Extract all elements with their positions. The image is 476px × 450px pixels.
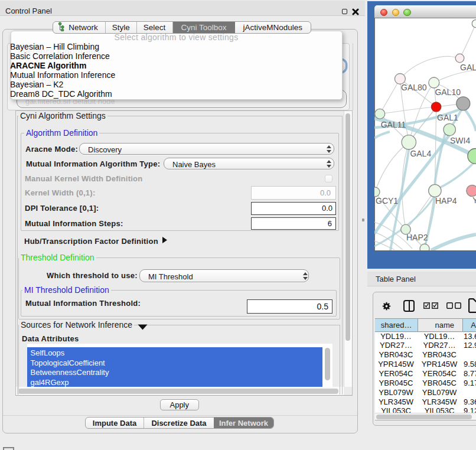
svg-text:GAL80: GAL80	[401, 83, 427, 92]
svg-text:GCY1: GCY1	[376, 196, 398, 206]
svg-text:GAL: GAL	[460, 63, 476, 72]
svg-text:GAL10: GAL10	[435, 87, 461, 97]
svg-text:GAL4: GAL4	[410, 149, 431, 158]
svg-text:HAP4: HAP4	[435, 196, 457, 206]
svg-text:GAL1: GAL1	[437, 113, 458, 122]
svg-text:SWI4: SWI4	[450, 136, 470, 145]
svg-text:Y: Y	[472, 195, 476, 205]
svg-text:HAP2: HAP2	[406, 233, 428, 242]
svg-text:GAL11: GAL11	[381, 120, 406, 129]
